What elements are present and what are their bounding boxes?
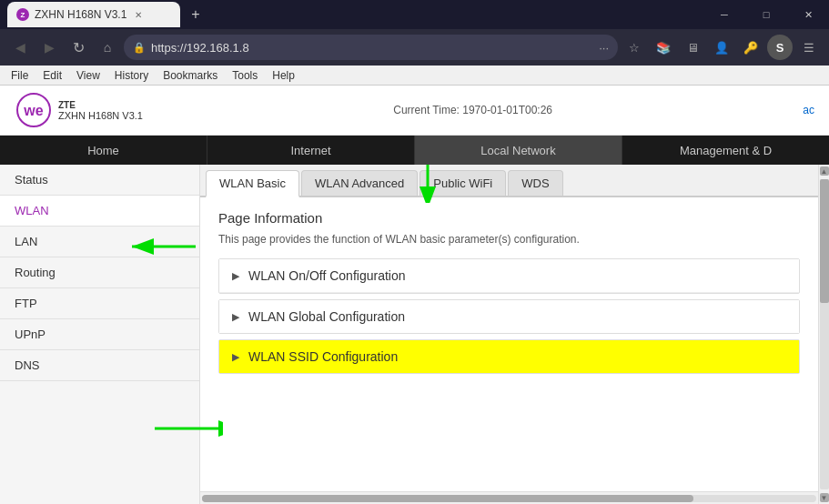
page-body: Page Information This page provides the … <box>200 197 818 491</box>
section-wlan-global-label: WLAN Global Configuration <box>248 309 405 324</box>
nav-bar: ◀ ▶ ↻ ⌂ 🔒 https://192.168.1.8 ··· ☆ 📚 🖥 … <box>0 29 829 66</box>
new-tab-button[interactable]: + <box>184 3 207 26</box>
section-wlan-onoff-header[interactable]: ▶ WLAN On/Off Configuration <box>219 259 799 293</box>
section-arrow-icon: ▶ <box>232 270 239 282</box>
pocket-icon[interactable]: S <box>767 35 793 60</box>
right-scrollbar[interactable]: ▲ ▼ <box>818 165 829 504</box>
page-info-desc: This page provides the function of WLAN … <box>218 233 800 246</box>
sidebar-item-upnp[interactable]: UPnP <box>0 319 199 350</box>
minimize-button[interactable]: ─ <box>703 0 745 29</box>
section-wlan-global-header[interactable]: ▶ WLAN Global Configuration <box>219 300 799 333</box>
header-link[interactable]: ac <box>803 104 814 116</box>
nav-local-network[interactable]: Local Network <box>415 136 622 165</box>
tab-favicon: Z <box>16 8 29 21</box>
main-nav: Home Internet Local Network Management &… <box>0 136 829 165</box>
tab-wlan-basic[interactable]: WLAN Basic <box>206 170 299 197</box>
svg-text:we: we <box>23 103 43 118</box>
menu-bar: File Edit View History Bookmarks Tools H… <box>0 66 829 86</box>
bottom-scrollbar[interactable] <box>200 491 818 504</box>
menu-file[interactable]: File <box>4 67 35 84</box>
section-wlan-ssid: ▶ WLAN SSID Configuration <box>218 339 800 374</box>
container-icon[interactable]: 📚 <box>651 35 676 60</box>
tab-title: ZXHN H168N V3.1 <box>35 8 126 21</box>
menu-edit[interactable]: Edit <box>35 67 69 84</box>
browser-tab[interactable]: Z ZXHN H168N V3.1 ✕ <box>7 2 180 27</box>
menu-bookmarks[interactable]: Bookmarks <box>156 67 225 84</box>
tab-close-button[interactable]: ✕ <box>132 8 145 21</box>
address-bar[interactable]: 🔒 https://192.168.1.8 ··· <box>124 35 618 60</box>
more-icon: ··· <box>599 41 609 55</box>
section-wlan-onoff: ▶ WLAN On/Off Configuration <box>218 258 800 294</box>
section-wlan-ssid-header[interactable]: ▶ WLAN SSID Configuration <box>219 340 799 373</box>
profile-icon[interactable]: 👤 <box>709 35 734 60</box>
sync-icon[interactable]: 🔑 <box>738 35 763 60</box>
sidebar: Status WLAN LAN Routing FTP UPnP DNS <box>0 165 200 504</box>
section-wlan-onoff-label: WLAN On/Off Configuration <box>248 268 405 283</box>
tab-wlan-advanced[interactable]: WLAN Advanced <box>301 170 418 196</box>
section-wlan-ssid-label: WLAN SSID Configuration <box>248 349 398 364</box>
menu-help[interactable]: Help <box>265 67 302 84</box>
menu-view[interactable]: View <box>69 67 107 84</box>
reload-button[interactable]: ↻ <box>66 35 91 60</box>
sidebar-item-wlan[interactable]: WLAN <box>0 196 199 227</box>
section-wlan-global: ▶ WLAN Global Configuration <box>218 299 800 334</box>
router-header: we ZTE ZXHN H168N V3.1 Current Time: 197… <box>0 86 829 136</box>
tab-public-wifi[interactable]: Public WiFi <box>420 170 506 196</box>
nav-management[interactable]: Management & D <box>622 136 829 165</box>
content-tabs: WLAN Basic WLAN Advanced Public WiFi WDS <box>200 165 818 197</box>
lock-icon: 🔒 <box>133 42 146 54</box>
home-button[interactable]: ⌂ <box>95 35 120 60</box>
page-wrapper: we ZTE ZXHN H168N V3.1 Current Time: 197… <box>0 86 829 504</box>
content-area: Status WLAN LAN Routing FTP UPnP DNS WLA… <box>0 165 829 504</box>
section-global-arrow-icon: ▶ <box>232 311 239 323</box>
back-button[interactable]: ◀ <box>7 35 33 60</box>
main-content: WLAN Basic WLAN Advanced Public WiFi WDS… <box>200 165 818 491</box>
menu-button[interactable]: ☰ <box>796 35 822 60</box>
current-time: Current Time: 1970-01-01T00:26 <box>393 104 552 116</box>
nav-internet[interactable]: Internet <box>207 136 415 165</box>
section-ssid-arrow-icon: ▶ <box>232 351 239 363</box>
sidebar-item-status[interactable]: Status <box>0 165 199 196</box>
sidebar-item-routing[interactable]: Routing <box>0 257 199 288</box>
menu-history[interactable]: History <box>107 67 156 84</box>
model-label: ZXHN H168N V3.1 <box>58 110 143 121</box>
close-button[interactable]: ✕ <box>787 0 829 29</box>
page-info-title: Page Information <box>218 210 800 226</box>
tab-wds[interactable]: WDS <box>508 170 562 196</box>
sidebar-item-dns[interactable]: DNS <box>0 350 199 381</box>
bookmarks-icon[interactable]: ☆ <box>622 35 647 60</box>
monitor-icon[interactable]: 🖥 <box>680 35 705 60</box>
menu-tools[interactable]: Tools <box>225 67 265 84</box>
nav-home[interactable]: Home <box>0 136 207 165</box>
brand-label: ZTE <box>58 100 143 110</box>
sidebar-item-ftp[interactable]: FTP <box>0 288 199 319</box>
we-logo: we <box>15 91 53 129</box>
sidebar-item-lan[interactable]: LAN <box>0 227 199 257</box>
maximize-button[interactable]: □ <box>745 0 787 29</box>
forward-button[interactable]: ▶ <box>36 35 62 60</box>
address-text: https://192.168.1.8 <box>151 41 593 55</box>
